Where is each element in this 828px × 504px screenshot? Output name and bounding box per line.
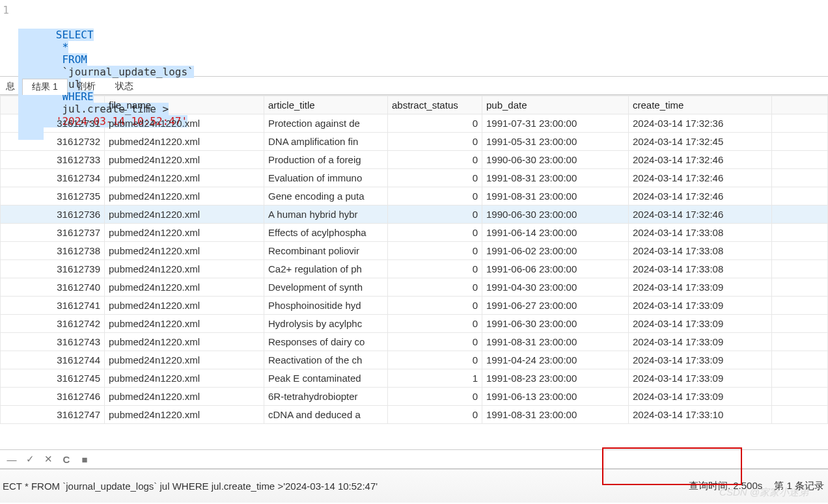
cell-file[interactable]: pubmed24n1220.xml (105, 406, 264, 424)
cell-file[interactable]: pubmed24n1220.xml (105, 242, 264, 260)
cell-pub[interactable]: 1991-06-27 23:00:00 (482, 297, 629, 315)
cell-pub[interactable]: 1990-06-30 23:00:00 (482, 151, 629, 169)
cell-title[interactable]: DNA amplification fin (264, 133, 388, 151)
table-row[interactable]: 31612740pubmed24n1220.xmlDevelopment of … (1, 278, 828, 297)
cell-ct[interactable]: 2024-03-14 17:33:09 (629, 297, 772, 315)
cell-abs[interactable]: 0 (388, 133, 482, 151)
tab-result-1[interactable]: 结果 1 (22, 79, 68, 95)
cell-file[interactable]: pubmed24n1220.xml (105, 187, 264, 206)
cell-file[interactable]: pubmed24n1220.xml (105, 224, 264, 242)
cell-title[interactable]: Responses of dairy co (264, 333, 388, 351)
table-row[interactable]: 31612739pubmed24n1220.xmlCa2+ regulation… (1, 260, 828, 278)
cell-pub[interactable]: 1990-06-30 23:00:00 (482, 206, 629, 224)
cell-ct[interactable]: 2024-03-14 17:33:09 (629, 333, 772, 351)
table-row[interactable]: 31612744pubmed24n1220.xmlReactivation of… (1, 351, 828, 369)
cell-pub[interactable]: 1991-08-23 23:00:00 (482, 369, 629, 388)
sql-text[interactable]: SELECT * FROM `journal_update_logs` jul … (12, 3, 200, 76)
cell-pub[interactable]: 1991-06-02 23:00:00 (482, 242, 629, 260)
refresh-icon[interactable]: C (61, 454, 72, 464)
cell-abs[interactable]: 1 (388, 369, 482, 388)
cell-id[interactable]: 31612734 (1, 169, 105, 187)
cell-file[interactable]: pubmed24n1220.xml (105, 333, 264, 351)
cell-id[interactable]: 31612742 (1, 315, 105, 333)
cell-ct[interactable]: 2024-03-14 17:33:09 (629, 351, 772, 369)
cell-ct[interactable]: 2024-03-14 17:33:10 (629, 406, 772, 424)
cell-pub[interactable]: 1991-04-24 23:00:00 (482, 351, 629, 369)
cell-ct[interactable]: 2024-03-14 17:32:46 (629, 169, 772, 187)
cell-id[interactable]: 31612744 (1, 351, 105, 369)
cell-id[interactable]: 31612740 (1, 278, 105, 297)
table-row[interactable]: 31612733pubmed24n1220.xmlProduction of a… (1, 151, 828, 169)
cell-id[interactable]: 31612746 (1, 388, 105, 406)
table-row[interactable]: 31612736pubmed24n1220.xmlA human hybrid … (1, 206, 828, 224)
cell-pub[interactable]: 1991-08-31 23:00:00 (482, 187, 629, 206)
table-row[interactable]: 31612734pubmed24n1220.xmlEvaluation of i… (1, 169, 828, 187)
cell-id[interactable]: 31612739 (1, 260, 105, 278)
tab-status[interactable]: 状态 (105, 78, 143, 94)
table-row[interactable]: 31612738pubmed24n1220.xmlRecombinant pol… (1, 242, 828, 260)
table-row[interactable]: 31612743pubmed24n1220.xmlResponses of da… (1, 333, 828, 351)
cell-id[interactable]: 31612743 (1, 333, 105, 351)
table-row[interactable]: 31612732pubmed24n1220.xmlDNA amplificati… (1, 133, 828, 151)
cell-ct[interactable]: 2024-03-14 17:32:45 (629, 133, 772, 151)
cell-file[interactable]: pubmed24n1220.xml (105, 206, 264, 224)
minus-icon[interactable]: — (7, 454, 17, 464)
cell-pub[interactable]: 1991-05-31 23:00:00 (482, 133, 629, 151)
cell-abs[interactable]: 0 (388, 114, 482, 133)
cell-ct[interactable]: 2024-03-14 17:32:46 (629, 187, 772, 206)
cell-ct[interactable]: 2024-03-14 17:32:46 (629, 151, 772, 169)
cell-pub[interactable]: 1991-08-31 23:00:00 (482, 406, 629, 424)
table-row[interactable]: 31612741pubmed24n1220.xmlPhosphoinositid… (1, 297, 828, 315)
cell-title[interactable]: Recombinant poliovir (264, 242, 388, 260)
cell-ct[interactable]: 2024-03-14 17:32:36 (629, 114, 772, 133)
table-row[interactable]: 31612737pubmed24n1220.xmlEffects of acyl… (1, 224, 828, 242)
tab-info-partial[interactable]: 息 (1, 78, 22, 94)
cell-abs[interactable]: 0 (388, 151, 482, 169)
cross-icon[interactable]: ✕ (43, 454, 53, 464)
cell-pub[interactable]: 1991-06-30 23:00:00 (482, 315, 629, 333)
cell-file[interactable]: pubmed24n1220.xml (105, 260, 264, 278)
cell-file[interactable]: pubmed24n1220.xml (105, 169, 264, 187)
stop-icon[interactable]: ■ (79, 454, 90, 464)
cell-pub[interactable]: 1991-06-14 23:00:00 (482, 224, 629, 242)
cell-id[interactable]: 31612735 (1, 187, 105, 206)
cell-abs[interactable]: 0 (388, 169, 482, 187)
cell-pub[interactable]: 1991-06-06 23:00:00 (482, 260, 629, 278)
cell-ct[interactable]: 2024-03-14 17:33:09 (629, 388, 772, 406)
cell-id[interactable]: 31612747 (1, 406, 105, 424)
cell-ct[interactable]: 2024-03-14 17:33:09 (629, 278, 772, 297)
cell-id[interactable]: 31612737 (1, 224, 105, 242)
cell-id[interactable]: 31612736 (1, 206, 105, 224)
cell-file[interactable]: pubmed24n1220.xml (105, 278, 264, 297)
cell-abs[interactable]: 0 (388, 315, 482, 333)
cell-abs[interactable]: 0 (388, 297, 482, 315)
cell-abs[interactable]: 0 (388, 351, 482, 369)
cell-ct[interactable]: 2024-03-14 17:33:09 (629, 315, 772, 333)
cell-id[interactable]: 31612732 (1, 133, 105, 151)
cell-id[interactable]: 31612738 (1, 242, 105, 260)
cell-title[interactable]: Phosphoinositide hyd (264, 297, 388, 315)
cell-file[interactable]: pubmed24n1220.xml (105, 151, 264, 169)
cell-ct[interactable]: 2024-03-14 17:33:08 (629, 260, 772, 278)
cell-abs[interactable]: 0 (388, 333, 482, 351)
cell-abs[interactable]: 0 (388, 206, 482, 224)
cell-title[interactable]: Hydrolysis by acylphc (264, 315, 388, 333)
table-row[interactable]: 31612746pubmed24n1220.xml6R-tetrahydrobi… (1, 388, 828, 406)
cell-title[interactable]: 6R-tetrahydrobiopter (264, 388, 388, 406)
cell-ct[interactable]: 2024-03-14 17:33:09 (629, 369, 772, 388)
cell-file[interactable]: pubmed24n1220.xml (105, 369, 264, 388)
cell-pub[interactable]: 1991-06-13 23:00:00 (482, 388, 629, 406)
cell-pub[interactable]: 1991-04-30 23:00:00 (482, 278, 629, 297)
cell-title[interactable]: Peak E contaminated (264, 369, 388, 388)
cell-title[interactable]: Gene encoding a puta (264, 187, 388, 206)
result-grid[interactable]: file_name article_title abstract_status … (0, 96, 828, 424)
cell-pub[interactable]: 1991-08-31 23:00:00 (482, 169, 629, 187)
cell-pub[interactable]: 1991-08-31 23:00:00 (482, 333, 629, 351)
cell-title[interactable]: cDNA and deduced a (264, 406, 388, 424)
col-header-create-time[interactable]: create_time (629, 96, 772, 114)
cell-ct[interactable]: 2024-03-14 17:33:08 (629, 224, 772, 242)
cell-title[interactable]: Development of synth (264, 278, 388, 297)
cell-id[interactable]: 31612733 (1, 151, 105, 169)
cell-title[interactable]: A human hybrid hybr (264, 206, 388, 224)
cell-abs[interactable]: 0 (388, 260, 482, 278)
